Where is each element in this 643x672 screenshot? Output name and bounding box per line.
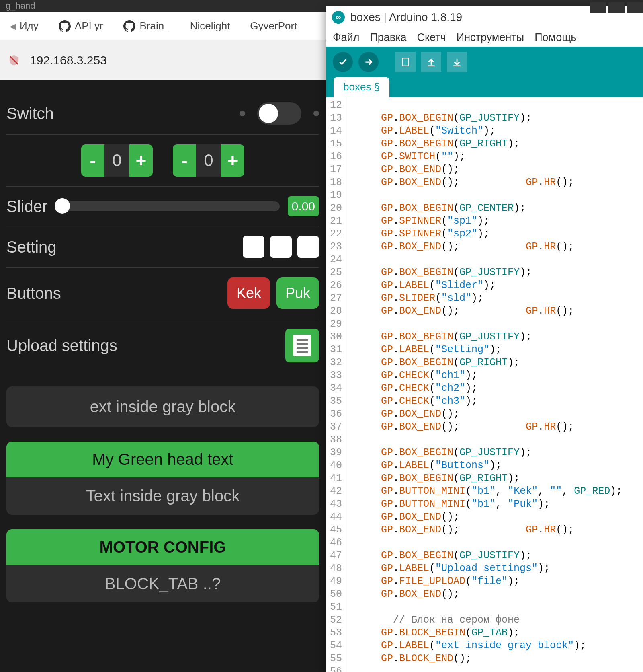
upload-label: Upload settings [6, 337, 117, 355]
buttons-label: Buttons [6, 284, 61, 302]
gray-block-text: ext inside gray block [6, 386, 319, 427]
save-sketch-button[interactable] [447, 52, 467, 72]
verify-button[interactable] [333, 52, 353, 72]
dot-icon [240, 111, 245, 116]
line-gutter: 1213141516171819202122232425262728293031… [326, 97, 347, 672]
green-head-text: My Green head text [6, 442, 319, 477]
spinner-minus-button[interactable]: - [81, 144, 104, 177]
window-maximize-button[interactable] [608, 2, 625, 13]
spinner-minus-button[interactable]: - [173, 144, 196, 177]
menu-sketch[interactable]: Скетч [417, 31, 446, 44]
browser-tab-title[interactable]: g_hand [6, 1, 35, 11]
arduino-tabs-bar: boxes § [326, 77, 643, 97]
spinner-plus-button[interactable]: + [221, 144, 244, 177]
slider-row: Slider 0.00 [6, 187, 319, 226]
bookmark-label: Nicelight [190, 20, 230, 32]
bookmark-item-2[interactable]: Brain_ [123, 20, 170, 32]
gray-block-text: Text inside gray block [6, 477, 319, 515]
switch-toggle[interactable] [257, 102, 301, 125]
bookmark-item-4[interactable]: GyverPort [250, 20, 297, 32]
checkbox-2[interactable] [270, 236, 292, 258]
slider[interactable] [55, 201, 279, 211]
arduino-tool-bar [326, 47, 643, 77]
address-bar[interactable]: 192.168.3.253 [0, 40, 326, 80]
menu-file[interactable]: Файл [333, 31, 359, 44]
bookmark-item-1[interactable]: API уг [59, 20, 104, 32]
buttons-row: Buttons Kek Puk [6, 268, 319, 319]
spinner-2: - 0 + [173, 144, 244, 177]
spinner-value[interactable]: 0 [104, 144, 129, 177]
gray-block-2: My Green head text Text inside gray bloc… [6, 442, 319, 515]
github-icon [59, 20, 71, 32]
bookmark-item-0[interactable]: ◀ Иду [10, 20, 39, 32]
code-editor[interactable]: 1213141516171819202122232425262728293031… [326, 97, 643, 672]
slider-label: Slider [6, 197, 47, 216]
spinners-row: - 0 + - 0 + [6, 135, 319, 187]
arduino-title-bar: ∞ boxes | Arduino 1.8.19 [326, 6, 643, 28]
arrow-right-icon [363, 57, 374, 67]
checkbox-3[interactable] [297, 236, 319, 258]
arduino-menu-bar: Файл Правка Скетч Инструменты Помощь [326, 28, 643, 47]
puk-button[interactable]: Puk [276, 277, 319, 309]
window-minimize-button[interactable] [590, 2, 606, 13]
slider-value: 0.00 [288, 196, 319, 216]
arrow-up-icon [426, 57, 436, 67]
spinner-1: - 0 + [81, 144, 153, 177]
menu-tools[interactable]: Инструменты [457, 31, 524, 44]
checkbox-1[interactable] [243, 236, 264, 258]
web-ui-panel: Switch - 0 + - 0 + Slider 0.00 Setting [0, 80, 326, 672]
chevron-left-icon: ◀ [10, 21, 16, 31]
slider-knob[interactable] [55, 198, 70, 214]
bookmark-label: Brain_ [139, 20, 170, 32]
not-secure-icon [8, 54, 20, 66]
svg-rect-1 [402, 58, 408, 66]
bookmark-label: Иду [20, 20, 39, 32]
arrow-down-icon [452, 57, 462, 67]
new-sketch-button[interactable] [395, 52, 416, 72]
setting-row: Setting [6, 226, 319, 268]
document-icon [293, 335, 311, 356]
motor-config-head: MOTOR CONFIG [6, 529, 319, 565]
kek-button[interactable]: Kek [227, 277, 270, 309]
url-text: 192.168.3.253 [30, 53, 107, 67]
github-icon [123, 20, 135, 32]
spinner-plus-button[interactable]: + [129, 144, 153, 177]
bookmark-label: API уг [75, 20, 104, 32]
code-area[interactable]: GP.BOX_BEGIN(GP_JUSTIFY); GP.LABEL("Swit… [347, 97, 643, 672]
file-upload-button[interactable] [285, 329, 319, 362]
arduino-title: boxes | Arduino 1.8.19 [350, 11, 462, 24]
sketch-tab[interactable]: boxes § [334, 77, 389, 97]
gray-block-1: ext inside gray block [6, 386, 319, 427]
open-sketch-button[interactable] [421, 52, 441, 72]
arduino-window: ∞ boxes | Arduino 1.8.19 Файл Правка Ске… [326, 6, 643, 672]
window-close-button[interactable] [627, 2, 643, 13]
menu-help[interactable]: Помощь [534, 31, 576, 44]
switch-label: Switch [6, 105, 54, 123]
upload-row: Upload settings [6, 319, 319, 372]
watermark: Somon.tj [571, 651, 635, 668]
spinner-value[interactable]: 0 [196, 144, 221, 177]
block-tab-text: BLOCK_TAB ..? [6, 565, 319, 602]
upload-button[interactable] [358, 52, 379, 72]
file-icon [400, 57, 411, 67]
check-icon [338, 57, 348, 67]
switch-knob [259, 104, 278, 123]
switch-row: Switch [6, 92, 319, 135]
arduino-logo-icon: ∞ [332, 11, 345, 24]
dot-icon [313, 111, 319, 116]
menu-edit[interactable]: Правка [370, 31, 406, 44]
bookmark-item-3[interactable]: Nicelight [190, 20, 230, 32]
gray-block-3: MOTOR CONFIG BLOCK_TAB ..? [6, 529, 319, 602]
bookmark-label: GyverPort [250, 20, 297, 32]
setting-label: Setting [6, 238, 57, 256]
